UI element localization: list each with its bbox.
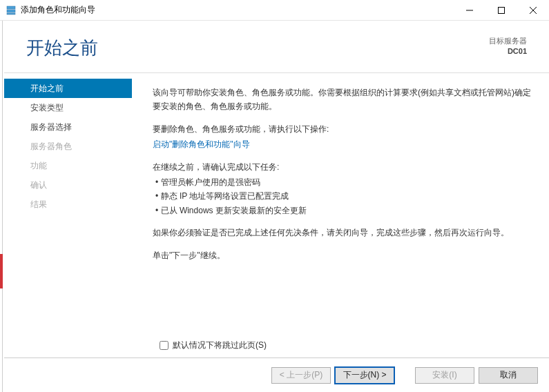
wizard-content: 该向导可帮助你安装角色、角色服务或功能。你需要根据组织的计算要求(例如共享文档或… xyxy=(132,73,549,344)
parent-alert-strip xyxy=(0,254,3,288)
verify-note: 如果你必须验证是否已完成上述任何先决条件，请关闭向导，完成这些步骤，然后再次运行… xyxy=(153,226,534,239)
prerequisite-label: 在继续之前，请确认完成以下任务: xyxy=(153,160,534,174)
page-title: 开始之前 xyxy=(26,36,489,60)
target-name: DC01 xyxy=(489,46,527,57)
next-button[interactable]: 下一步(N) > xyxy=(335,367,394,384)
skip-page-label: 默认情况下将跳过此页(S) xyxy=(173,340,267,351)
list-item: 已从 Windows 更新安装最新的安全更新 xyxy=(155,204,534,217)
wizard-body: 开始之前 安装类型 服务器选择 服务器角色 功能 确认 结果 该向导可帮助你安装… xyxy=(4,73,549,344)
target-info: 目标服务器 DC01 xyxy=(489,36,527,57)
minimize-button[interactable] xyxy=(454,0,485,21)
list-item: 管理员帐户使用的是强密码 xyxy=(155,175,534,189)
nav-step-confirm: 确认 xyxy=(4,175,132,195)
wizard-header: 开始之前 目标服务器 DC01 xyxy=(4,21,549,73)
titlebar: 添加角色和功能向导 xyxy=(0,0,549,21)
nav-step-server-roles: 服务器角色 xyxy=(4,137,132,156)
nav-step-features: 功能 xyxy=(4,156,132,175)
nav-step-install-type[interactable]: 安装类型 xyxy=(4,98,132,117)
nav-step-results: 结果 xyxy=(4,195,132,214)
server-manager-icon xyxy=(6,5,17,16)
window-title: 添加角色和功能向导 xyxy=(21,4,454,16)
nav-step-server-select[interactable]: 服务器选择 xyxy=(4,117,132,137)
intro-text: 该向导可帮助你安装角色、角色服务或功能。你需要根据组织的计算要求(例如共享文档或… xyxy=(153,86,534,114)
skip-page-checkbox[interactable] xyxy=(160,341,168,350)
parent-window-edge xyxy=(0,21,3,392)
cancel-button[interactable]: 取消 xyxy=(479,367,538,384)
svg-rect-1 xyxy=(7,10,15,12)
remove-roles-label: 要删除角色、角色服务或功能，请执行以下操作: xyxy=(153,122,534,136)
wizard-footer: < 上一步(P) 下一步(N) > 安装(I) 取消 xyxy=(4,357,549,392)
list-item: 静态 IP 地址等网络设置已配置完成 xyxy=(155,189,534,203)
wizard-dialog: 开始之前 目标服务器 DC01 开始之前 安装类型 服务器选择 服务器角色 功能… xyxy=(4,21,549,392)
prerequisite-list: 管理员帐户使用的是强密码 静态 IP 地址等网络设置已配置完成 已从 Windo… xyxy=(153,175,534,217)
svg-rect-2 xyxy=(7,13,15,14)
skip-page-row[interactable]: 默认情况下将跳过此页(S) xyxy=(157,339,267,352)
continue-note: 单击"下一步"继续。 xyxy=(153,248,534,262)
wizard-nav: 开始之前 安装类型 服务器选择 服务器角色 功能 确认 结果 xyxy=(4,73,132,344)
target-label: 目标服务器 xyxy=(489,36,527,46)
nav-step-before-you-begin[interactable]: 开始之前 xyxy=(4,79,132,98)
svg-rect-4 xyxy=(499,7,505,13)
svg-rect-0 xyxy=(7,6,15,9)
close-button[interactable] xyxy=(517,0,549,21)
maximize-button[interactable] xyxy=(485,0,517,21)
previous-button: < 上一步(P) xyxy=(271,367,331,384)
install-button: 安装(I) xyxy=(415,367,474,384)
remove-roles-link[interactable]: 启动"删除角色和功能"向导 xyxy=(153,139,250,149)
window-controls xyxy=(454,0,549,21)
